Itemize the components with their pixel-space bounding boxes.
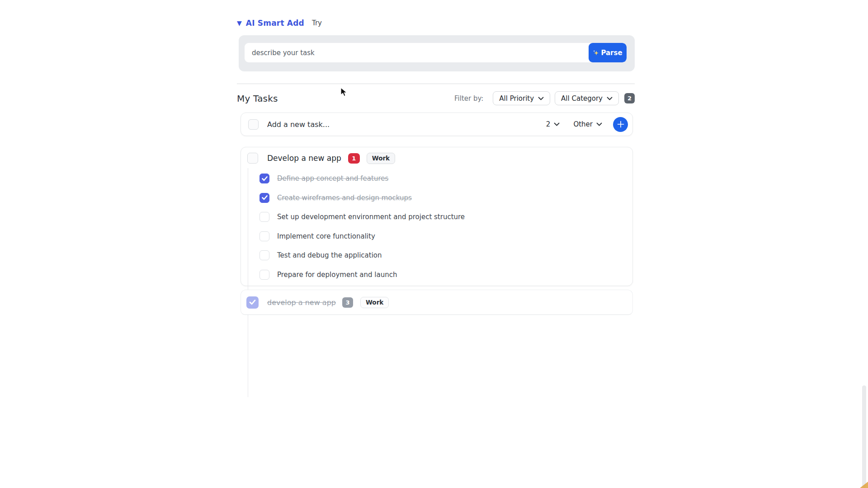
- sparkles-icon: [593, 50, 599, 56]
- smart-add-panel: Parse: [239, 35, 635, 71]
- subtask-label: Test and debug the application: [277, 251, 382, 259]
- collapse-triangle-icon[interactable]: ▼: [237, 20, 242, 26]
- check-icon: [249, 300, 256, 305]
- subtask-checkbox[interactable]: [259, 212, 269, 222]
- task-header-row: Develop a new app 1 Work: [241, 147, 632, 169]
- chevron-down-icon: [538, 97, 544, 100]
- category-tag: Work: [360, 297, 389, 308]
- category-filter-select[interactable]: All Category: [555, 91, 619, 105]
- chevron-down-icon: [596, 122, 602, 126]
- category-filter-value: All Category: [561, 94, 603, 103]
- add-task-card: 2 Other: [241, 113, 633, 136]
- visible-task-count-badge: 2: [624, 93, 635, 103]
- new-task-priority-value: 2: [546, 120, 551, 128]
- subtask-list: Define app concept and features Create w…: [241, 169, 632, 284]
- task-card: Develop a new app 1 Work Define app conc…: [241, 147, 633, 286]
- completed-task-title: develop a new app: [267, 298, 336, 307]
- parse-button[interactable]: Parse: [589, 43, 627, 62]
- page-title: My Tasks: [237, 93, 278, 104]
- subtask-row: Create wireframes and design mockups: [241, 188, 632, 208]
- subtask-row: Implement core functionality: [241, 227, 632, 246]
- subtask-checkbox[interactable]: [259, 174, 269, 183]
- priority-filter-value: All Priority: [499, 94, 534, 103]
- section-divider: [237, 84, 635, 84]
- new-task-checkbox[interactable]: [248, 119, 259, 130]
- subtask-row: Prepare for deployment and launch: [241, 265, 632, 285]
- priority-badge: 1: [348, 153, 360, 164]
- new-task-input[interactable]: [267, 120, 546, 129]
- subtask-label: Set up development environment and proje…: [277, 213, 465, 221]
- subtask-checkbox[interactable]: [259, 270, 269, 280]
- check-icon: [262, 176, 268, 181]
- task-title: Develop a new app: [267, 154, 341, 163]
- filter-by-label: Filter by:: [454, 94, 483, 103]
- subtask-row: Define app concept and features: [241, 169, 632, 188]
- chevron-down-icon: [554, 122, 560, 126]
- subtask-checkbox[interactable]: [259, 250, 269, 260]
- app-page: ▼ AI Smart Add Try Parse My Tasks: [0, 0, 868, 488]
- task-description-input[interactable]: [245, 43, 589, 62]
- completed-task-row: develop a new app 3 Work: [241, 290, 633, 315]
- scrollbar[interactable]: [862, 385, 866, 488]
- subtask-label: Define app concept and features: [277, 174, 388, 183]
- subtask-row: Test and debug the application: [241, 246, 632, 265]
- new-task-priority-select[interactable]: 2: [546, 120, 560, 128]
- subtask-label: Create wireframes and design mockups: [277, 194, 412, 202]
- subtask-checkbox[interactable]: [259, 231, 269, 241]
- completed-task-checkbox[interactable]: [246, 296, 259, 309]
- smart-add-try-label: Try: [312, 19, 322, 27]
- new-task-category-value: Other: [573, 120, 593, 128]
- subtask-count-badge: 3: [342, 297, 353, 308]
- smart-add-title: AI Smart Add: [246, 19, 304, 28]
- category-tag: Work: [367, 153, 395, 164]
- new-task-category-select[interactable]: Other: [573, 120, 602, 128]
- subtask-row: Set up development environment and proje…: [241, 207, 632, 227]
- check-icon: [262, 195, 268, 200]
- filter-bar: Filter by: All Priority All Category 2: [454, 91, 635, 105]
- parse-button-label: Parse: [601, 49, 622, 57]
- smart-add-section-header[interactable]: ▼ AI Smart Add Try: [237, 17, 322, 29]
- chevron-down-icon: [607, 97, 613, 100]
- task-checkbox[interactable]: [247, 153, 258, 164]
- smart-add-input-row: Parse: [245, 43, 627, 62]
- priority-filter-select[interactable]: All Priority: [493, 91, 550, 105]
- subtask-checkbox[interactable]: [259, 193, 269, 203]
- plus-icon: [617, 121, 624, 128]
- subtask-label: Prepare for deployment and launch: [277, 271, 397, 279]
- add-task-button[interactable]: [613, 117, 628, 132]
- subtask-label: Implement core functionality: [277, 232, 375, 240]
